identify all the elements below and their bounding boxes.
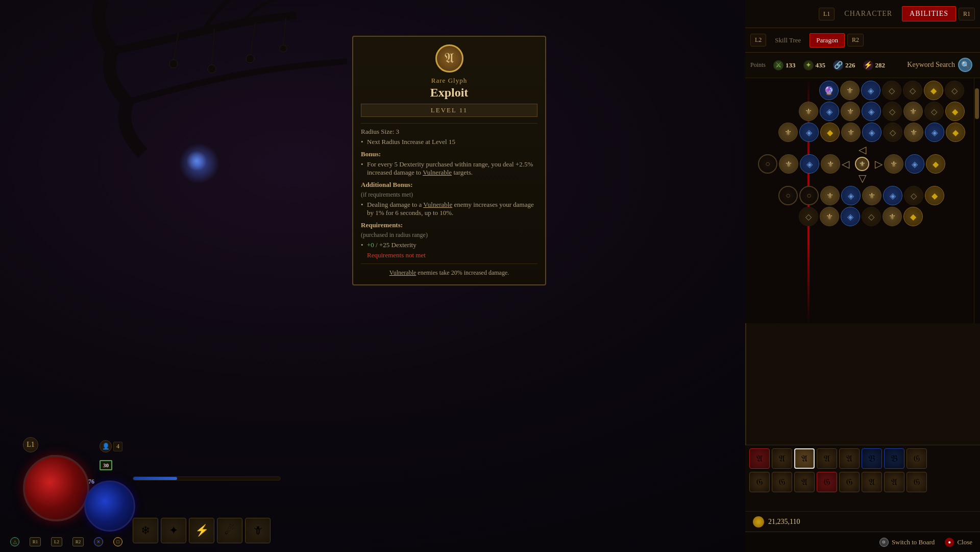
tooltip-name: Exploit [361, 86, 537, 100]
skill-tree-tab[interactable]: Skill Tree [769, 34, 807, 47]
grid-node[interactable]: ⚜ [903, 102, 923, 121]
grid-node[interactable]: ⚜ [884, 154, 903, 174]
grid-node[interactable]: ⚜ [778, 123, 798, 142]
grid-node[interactable]: ◆ [924, 81, 943, 100]
grid-node[interactable]: ⚜ [862, 186, 881, 205]
nav-arrow-up[interactable]: ◁ [859, 143, 866, 156]
grid-node[interactable]: ⚜ [821, 154, 840, 174]
glyph-item[interactable]: 𝔊 [839, 472, 860, 492]
grid-node[interactable]: ◇ [904, 186, 923, 205]
grid-node[interactable]: ◇ [882, 81, 901, 100]
stat2-icon: ✦ [803, 60, 814, 70]
abilities-tab[interactable]: ABILITIES [902, 6, 956, 21]
r1-button[interactable]: R1 [959, 8, 975, 20]
glyph-item[interactable]: 𝔊 [772, 472, 792, 492]
glyph-item[interactable]: 𝔊 [749, 472, 770, 492]
grid-node[interactable]: ⚜ [799, 102, 818, 121]
glyph-item[interactable]: 𝔄 [817, 448, 837, 469]
nav-arrow-right[interactable]: ▷ [875, 158, 883, 170]
grid-node[interactable]: ◆ [820, 123, 840, 142]
grid-node[interactable]: ◈ [820, 102, 839, 121]
grid-node[interactable]: ◈ [862, 123, 881, 142]
square-button[interactable]: □ [113, 537, 122, 546]
glyph-item[interactable]: 𝔊 [817, 472, 837, 492]
grid-node[interactable]: ◈ [883, 186, 902, 205]
currency-value: 21,235,110 [768, 518, 800, 526]
glyph-item[interactable]: 𝔅 [862, 448, 882, 469]
glyph-item[interactable]: 𝔄 [794, 472, 815, 492]
hint-square: □ [113, 537, 122, 546]
grid-node[interactable]: ⚜ [883, 207, 902, 226]
cross-button[interactable]: ✕ [94, 537, 103, 546]
right-panel: L1 CHARACTER ABILITIES R1 L2 Skill Tree … [745, 0, 980, 552]
grid-node[interactable]: ◈ [861, 81, 880, 100]
grid-node[interactable]: ⚜ [820, 186, 840, 205]
glyph-item[interactable]: 𝔄 [884, 472, 904, 492]
l2-ctrl-button[interactable]: L2 [51, 537, 62, 546]
l1-button[interactable]: L1 [819, 8, 835, 20]
grid-node[interactable]: ◆ [945, 102, 965, 121]
hud-area: 🦂 9/9 L1 30 👤 4 76 ❄ ✦ ⚡ ☄ 🗡 △ R1 [0, 440, 347, 552]
r2-button[interactable]: R2 [847, 34, 864, 46]
grid-node[interactable]: ⚜ [840, 81, 860, 100]
grid-node[interactable]: ◈ [841, 207, 860, 226]
grid-row-5: ○ ○ ⚜ ◈ ⚜ ◈ ◇ ◆ [778, 186, 972, 205]
grid-node[interactable]: ◇ [903, 81, 922, 100]
stack-badge: 30 [100, 460, 112, 470]
grid-node[interactable]: ◈ [841, 186, 861, 205]
grid-node[interactable]: ◈ [800, 154, 819, 174]
grid-node[interactable]: ◆ [903, 207, 923, 226]
grid-node-socket[interactable]: ○ [758, 154, 777, 174]
nav-arrow-left[interactable]: ◁ [842, 158, 849, 170]
tooltip-vulnerable-term-1: Vulnerable [423, 169, 452, 176]
grid-node[interactable]: 🔮 [819, 81, 839, 100]
scroll-thumb[interactable] [975, 88, 979, 119]
grid-node[interactable]: ⚜ [841, 102, 860, 121]
grid-node[interactable]: ◇ [883, 123, 902, 142]
glyph-item[interactable]: 𝔄 [839, 448, 860, 469]
glyph-item[interactable]: 𝔊 [906, 448, 927, 469]
tooltip-requirements-condition: (purchased in radius range) [361, 231, 537, 239]
grid-node[interactable]: ◇ [945, 81, 964, 100]
grid-node[interactable]: ⚜ [841, 123, 861, 142]
close-action[interactable]: ● Close [945, 538, 972, 547]
grid-node[interactable]: ⚜ [904, 123, 923, 142]
svg-point-7 [280, 45, 287, 52]
r2-ctrl-button[interactable]: R2 [72, 537, 84, 546]
grid-node[interactable]: ◆ [946, 123, 965, 142]
tooltip-bonus-header: Bonus: [361, 150, 537, 158]
player-icon-small: 👤 [100, 440, 112, 452]
nav-center-node[interactable]: ⚜ [855, 157, 869, 171]
svg-line-2 [212, 28, 214, 66]
glyph-item[interactable]: 𝔅 [884, 448, 904, 469]
l2-button[interactable]: L2 [750, 34, 766, 46]
grid-node[interactable]: ◈ [925, 123, 944, 142]
grid-node[interactable]: ◆ [925, 186, 944, 205]
character-tab[interactable]: CHARACTER [837, 7, 899, 21]
grid-node[interactable]: ◈ [862, 102, 881, 121]
grid-node-socket[interactable]: ○ [799, 186, 819, 205]
scrollbar[interactable] [974, 78, 980, 323]
glyph-item[interactable]: 𝔄 [749, 448, 770, 469]
r1-ctrl-button[interactable]: R1 [30, 537, 41, 546]
glyph-item[interactable]: 𝔄 [862, 472, 882, 492]
paragon-tab[interactable]: Paragon [810, 33, 845, 47]
grid-node[interactable]: ⚜ [820, 207, 839, 226]
grid-node[interactable]: ◈ [799, 123, 819, 142]
grid-node[interactable]: ◈ [905, 154, 924, 174]
grid-node[interactable]: ◇ [799, 207, 818, 226]
grid-node[interactable]: ◇ [883, 102, 902, 121]
grid-node-socket[interactable]: ○ [778, 186, 798, 205]
triangle-button[interactable]: △ [10, 537, 19, 546]
glyph-item[interactable]: 𝔊 [906, 472, 927, 492]
glyph-item[interactable]: 𝔄 [772, 448, 792, 469]
grid-node[interactable]: ◆ [926, 154, 945, 174]
grid-node[interactable]: ◇ [862, 207, 881, 226]
switch-to-board-action[interactable]: ⊙ Switch to Board [879, 538, 935, 547]
glyph-item-selected[interactable]: 𝔄 [794, 448, 815, 469]
paragon-grid-area[interactable]: 🔮 ⚜ ◈ ◇ ◇ ◆ ◇ ⚜ ◈ ⚜ ◈ ◇ ⚜ ◇ ◆ ⚜ [745, 78, 980, 323]
search-button[interactable]: 🔍 [958, 58, 972, 72]
grid-node[interactable]: ◇ [924, 102, 944, 121]
nav-arrow-down[interactable]: ▽ [859, 172, 866, 184]
grid-node[interactable]: ⚜ [779, 154, 798, 174]
